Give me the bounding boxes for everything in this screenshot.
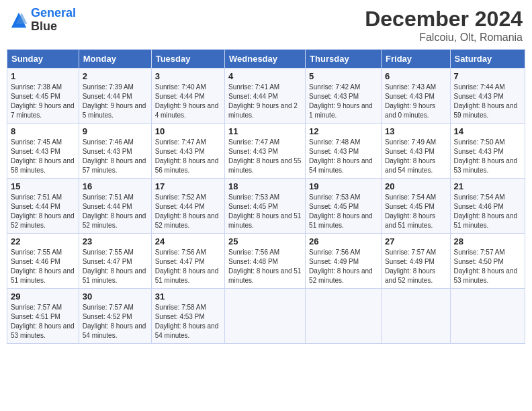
header-thursday: Thursday	[306, 50, 382, 68]
day-number: 29	[11, 291, 75, 302]
calendar-cell: 11 Sunrise: 7:47 AM Sunset: 4:43 PM Dayl…	[225, 124, 306, 179]
day-number: 7	[454, 71, 521, 81]
calendar-cell: 15 Sunrise: 7:51 AM Sunset: 4:44 PM Dayl…	[7, 179, 79, 234]
day-number: 18	[228, 181, 302, 191]
calendar-cell: 23 Sunrise: 7:55 AM Sunset: 4:47 PM Dayl…	[79, 234, 151, 289]
calendar-cell: 26 Sunrise: 7:56 AM Sunset: 4:49 PM Dayl…	[306, 234, 382, 289]
day-info: Sunrise: 7:44 AM Sunset: 4:43 PM Dayligh…	[454, 83, 521, 120]
logo-text: General Blue	[31, 7, 76, 34]
calendar-cell: 30 Sunrise: 7:57 AM Sunset: 4:52 PM Dayl…	[79, 289, 151, 344]
calendar-cell: 6 Sunrise: 7:43 AM Sunset: 4:43 PM Dayli…	[382, 68, 451, 124]
calendar-cell	[306, 289, 382, 344]
header-friday: Friday	[382, 50, 451, 68]
day-info: Sunrise: 7:52 AM Sunset: 4:44 PM Dayligh…	[155, 193, 221, 230]
day-info: Sunrise: 7:57 AM Sunset: 4:50 PM Dayligh…	[454, 248, 521, 285]
calendar-cell	[225, 289, 306, 344]
calendar-cell: 17 Sunrise: 7:52 AM Sunset: 4:44 PM Dayl…	[151, 179, 224, 234]
calendar-cell: 7 Sunrise: 7:44 AM Sunset: 4:43 PM Dayli…	[450, 68, 525, 124]
calendar-cell: 8 Sunrise: 7:45 AM Sunset: 4:43 PM Dayli…	[7, 124, 79, 179]
day-number: 24	[155, 236, 221, 246]
day-number: 19	[309, 181, 378, 191]
day-number: 12	[309, 126, 378, 136]
calendar-cell	[382, 289, 451, 344]
week-row-2: 8 Sunrise: 7:45 AM Sunset: 4:43 PM Dayli…	[7, 124, 525, 179]
day-number: 31	[155, 291, 221, 302]
calendar-cell: 25 Sunrise: 7:56 AM Sunset: 4:48 PM Dayl…	[225, 234, 306, 289]
day-info: Sunrise: 7:45 AM Sunset: 4:43 PM Dayligh…	[11, 138, 75, 175]
day-info: Sunrise: 7:39 AM Sunset: 4:44 PM Dayligh…	[83, 83, 148, 120]
day-number: 22	[11, 236, 75, 246]
day-info: Sunrise: 7:57 AM Sunset: 4:52 PM Dayligh…	[83, 303, 148, 340]
calendar-cell: 13 Sunrise: 7:49 AM Sunset: 4:43 PM Dayl…	[382, 124, 451, 179]
day-number: 14	[454, 126, 521, 136]
calendar-cell	[450, 289, 525, 344]
day-info: Sunrise: 7:56 AM Sunset: 4:49 PM Dayligh…	[309, 248, 378, 285]
header-wednesday: Wednesday	[225, 50, 306, 68]
calendar-cell: 21 Sunrise: 7:54 AM Sunset: 4:46 PM Dayl…	[450, 179, 525, 234]
day-number: 28	[454, 236, 521, 246]
day-info: Sunrise: 7:46 AM Sunset: 4:43 PM Dayligh…	[83, 138, 148, 175]
calendar-cell: 1 Sunrise: 7:38 AM Sunset: 4:45 PM Dayli…	[7, 68, 79, 124]
day-info: Sunrise: 7:43 AM Sunset: 4:43 PM Dayligh…	[385, 83, 447, 120]
day-info: Sunrise: 7:57 AM Sunset: 4:51 PM Dayligh…	[11, 303, 75, 340]
day-number: 16	[83, 181, 148, 191]
calendar-cell: 27 Sunrise: 7:57 AM Sunset: 4:49 PM Dayl…	[382, 234, 451, 289]
day-number: 11	[228, 126, 302, 136]
header-tuesday: Tuesday	[151, 50, 224, 68]
day-info: Sunrise: 7:55 AM Sunset: 4:47 PM Dayligh…	[83, 248, 148, 285]
day-number: 6	[385, 71, 447, 81]
day-info: Sunrise: 7:56 AM Sunset: 4:47 PM Dayligh…	[155, 248, 221, 285]
calendar-cell: 12 Sunrise: 7:48 AM Sunset: 4:43 PM Dayl…	[306, 124, 382, 179]
day-info: Sunrise: 7:51 AM Sunset: 4:44 PM Dayligh…	[11, 193, 75, 230]
calendar-cell: 24 Sunrise: 7:56 AM Sunset: 4:47 PM Dayl…	[151, 234, 224, 289]
week-row-1: 1 Sunrise: 7:38 AM Sunset: 4:45 PM Dayli…	[7, 68, 525, 124]
calendar-header-row: SundayMondayTuesdayWednesdayThursdayFrid…	[7, 50, 525, 68]
day-number: 27	[385, 236, 447, 246]
day-info: Sunrise: 7:47 AM Sunset: 4:43 PM Dayligh…	[155, 138, 221, 175]
day-number: 23	[83, 236, 148, 246]
logo: General Blue	[9, 7, 76, 34]
day-info: Sunrise: 7:48 AM Sunset: 4:43 PM Dayligh…	[309, 138, 378, 175]
calendar-table: SundayMondayTuesdayWednesdayThursdayFrid…	[7, 49, 525, 344]
title-block: December 2024 Falcoiu, Olt, Romania	[365, 7, 523, 44]
day-number: 25	[228, 236, 302, 246]
calendar-cell: 2 Sunrise: 7:39 AM Sunset: 4:44 PM Dayli…	[79, 68, 151, 124]
day-info: Sunrise: 7:47 AM Sunset: 4:43 PM Dayligh…	[228, 138, 302, 175]
day-number: 2	[83, 71, 148, 81]
calendar-cell: 22 Sunrise: 7:55 AM Sunset: 4:46 PM Dayl…	[7, 234, 79, 289]
calendar-cell: 19 Sunrise: 7:53 AM Sunset: 4:45 PM Dayl…	[306, 179, 382, 234]
day-number: 21	[454, 181, 521, 191]
week-row-4: 22 Sunrise: 7:55 AM Sunset: 4:46 PM Dayl…	[7, 234, 525, 289]
day-number: 5	[309, 71, 378, 81]
day-number: 3	[155, 71, 221, 81]
week-row-5: 29 Sunrise: 7:57 AM Sunset: 4:51 PM Dayl…	[7, 289, 525, 344]
day-number: 13	[385, 126, 447, 136]
day-info: Sunrise: 7:41 AM Sunset: 4:44 PM Dayligh…	[228, 83, 302, 120]
page-header: General Blue December 2024 Falcoiu, Olt,…	[7, 7, 525, 44]
week-row-3: 15 Sunrise: 7:51 AM Sunset: 4:44 PM Dayl…	[7, 179, 525, 234]
header-saturday: Saturday	[450, 50, 525, 68]
day-number: 4	[228, 71, 302, 81]
calendar-cell: 5 Sunrise: 7:42 AM Sunset: 4:43 PM Dayli…	[306, 68, 382, 124]
day-number: 17	[155, 181, 221, 191]
day-info: Sunrise: 7:56 AM Sunset: 4:48 PM Dayligh…	[228, 248, 302, 285]
calendar-cell: 9 Sunrise: 7:46 AM Sunset: 4:43 PM Dayli…	[79, 124, 151, 179]
calendar-cell: 28 Sunrise: 7:57 AM Sunset: 4:50 PM Dayl…	[450, 234, 525, 289]
day-number: 26	[309, 236, 378, 246]
day-number: 9	[83, 126, 148, 136]
day-info: Sunrise: 7:42 AM Sunset: 4:43 PM Dayligh…	[309, 83, 378, 120]
day-info: Sunrise: 7:55 AM Sunset: 4:46 PM Dayligh…	[11, 248, 75, 285]
calendar-cell: 31 Sunrise: 7:58 AM Sunset: 4:53 PM Dayl…	[151, 289, 224, 344]
day-number: 1	[11, 71, 75, 81]
header-sunday: Sunday	[7, 50, 79, 68]
calendar-title: December 2024	[365, 7, 523, 32]
calendar-cell: 3 Sunrise: 7:40 AM Sunset: 4:44 PM Dayli…	[151, 68, 224, 124]
day-number: 20	[385, 181, 447, 191]
calendar-cell: 16 Sunrise: 7:51 AM Sunset: 4:44 PM Dayl…	[79, 179, 151, 234]
calendar-cell: 4 Sunrise: 7:41 AM Sunset: 4:44 PM Dayli…	[225, 68, 306, 124]
day-info: Sunrise: 7:40 AM Sunset: 4:44 PM Dayligh…	[155, 83, 221, 120]
day-info: Sunrise: 7:57 AM Sunset: 4:49 PM Dayligh…	[385, 248, 447, 285]
day-info: Sunrise: 7:49 AM Sunset: 4:43 PM Dayligh…	[385, 138, 447, 175]
calendar-subtitle: Falcoiu, Olt, Romania	[365, 32, 523, 44]
day-number: 10	[155, 126, 221, 136]
